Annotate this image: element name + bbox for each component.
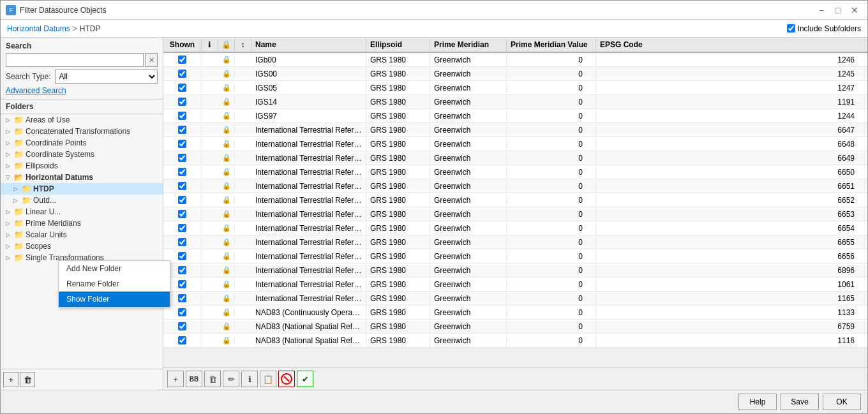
sidebar-item-coord-points[interactable]: ▷ 📁 Coordinate Points [1, 137, 163, 149]
search-input[interactable] [6, 53, 144, 67]
sidebar-item-horiz-datums[interactable]: ▽ 📂 Horizontal Datums [1, 172, 163, 183]
sidebar-item-scalar-units[interactable]: ▷ 📁 Scalar Units [1, 229, 163, 240]
sidebar-item-scopes[interactable]: ▷ 📁 Scopes [1, 240, 163, 252]
table-row[interactable]: 🔒 International Terrestrial Referen... G… [163, 292, 867, 306]
row-checkbox-18[interactable] [178, 308, 186, 316]
row-checkbox-8[interactable] [178, 168, 186, 176]
row-checkbox-17[interactable] [178, 294, 186, 302]
breadcrumb-parent[interactable]: Horizontal Datums [7, 24, 70, 33]
delete-folder-button[interactable]: 🗑 [20, 372, 35, 387]
cross-button[interactable] [278, 371, 295, 387]
cell-shown-0[interactable] [163, 54, 202, 65]
check-button[interactable]: ✔ [297, 371, 313, 387]
close-button[interactable]: ✕ [847, 4, 862, 17]
row-checkbox-14[interactable] [178, 252, 186, 260]
sidebar-item-coord-systems[interactable]: ▷ 📁 Coordinate Systems [1, 149, 163, 160]
copy-button[interactable]: 📋 [260, 371, 276, 387]
cell-shown-4[interactable] [163, 110, 202, 121]
help-button[interactable]: Help [738, 394, 777, 410]
table-row[interactable]: 🔒 NAD83 (National Spatial Refere... GRS … [163, 334, 867, 348]
ok-button[interactable]: OK [823, 394, 861, 410]
table-row[interactable]: 🔒 IGS05 GRS 1980 Greenwich 0 1247 [163, 81, 867, 95]
bb-button[interactable]: BB [186, 371, 202, 387]
row-checkbox-2[interactable] [178, 84, 186, 92]
table-row[interactable]: 🔒 International Terrestrial Referen... G… [163, 221, 867, 235]
info-button[interactable]: ℹ [241, 371, 258, 387]
search-type-select[interactable]: All Name Description EPSG Code [55, 70, 158, 84]
cell-shown-7[interactable] [163, 152, 202, 163]
cell-shown-20[interactable] [163, 335, 202, 346]
table-row[interactable]: 🔒 International Terrestrial Referen... G… [163, 179, 867, 193]
cell-shown-1[interactable] [163, 68, 202, 79]
row-checkbox-1[interactable] [178, 70, 186, 78]
row-checkbox-0[interactable] [178, 55, 186, 64]
table-row[interactable]: 🔒 International Terrestrial Referen... G… [163, 263, 867, 277]
context-menu-add-folder[interactable]: Add New Folder [59, 261, 170, 276]
row-checkbox-20[interactable] [178, 336, 186, 344]
row-checkbox-6[interactable] [178, 140, 186, 148]
table-row[interactable]: 🔒 International Terrestrial Referen... G… [163, 123, 867, 137]
cell-shown-5[interactable] [163, 124, 202, 135]
sidebar-item-prime-meridians[interactable]: ▷ 📁 Prime Meridians [1, 218, 163, 229]
sidebar-item-linear-units[interactable]: ▷ 📁 Linear U... [1, 206, 163, 218]
sidebar-item-areas[interactable]: ▷ 📁 Areas of Use [1, 114, 163, 126]
row-checkbox-9[interactable] [178, 182, 186, 190]
row-checkbox-15[interactable] [178, 266, 186, 274]
table-row[interactable]: 🔒 International Terrestrial Referen... G… [163, 165, 867, 179]
cell-shown-13[interactable] [163, 237, 202, 248]
sidebar-item-ellipsoids[interactable]: ▷ 📁 Ellipsoids [1, 160, 163, 172]
table-row[interactable]: 🔒 International Terrestrial Referen... G… [163, 207, 867, 221]
cell-shown-3[interactable] [163, 96, 202, 107]
maximize-button[interactable]: □ [830, 4, 846, 17]
add-item-button[interactable]: + [167, 371, 184, 387]
table-row[interactable]: 🔒 IGS14 GRS 1980 Greenwich 0 1191 [163, 95, 867, 109]
cell-shown-8[interactable] [163, 166, 202, 177]
table-row[interactable]: 🔒 International Terrestrial Referen... G… [163, 235, 867, 249]
row-checkbox-13[interactable] [178, 238, 186, 246]
cell-shown-2[interactable] [163, 82, 202, 93]
sidebar-item-concatenated[interactable]: ▷ 📁 Concatenated Transformations [1, 126, 163, 137]
sidebar-item-outdoor[interactable]: ▷ 📁 Outd... [1, 195, 163, 206]
row-checkbox-5[interactable] [178, 126, 186, 134]
table-scroll[interactable]: 🔒 IGb00 GRS 1980 Greenwich 0 1246 🔒 IGS0… [163, 53, 867, 367]
table-row[interactable]: 🔒 IGS97 GRS 1980 Greenwich 0 1244 [163, 109, 867, 123]
sidebar-item-htdp[interactable]: ▷ 📁 HTDP [1, 183, 163, 195]
table-row[interactable]: 🔒 International Terrestrial Referen... G… [163, 151, 867, 165]
row-checkbox-7[interactable] [178, 154, 186, 162]
table-row[interactable]: 🔒 International Terrestrial Referen... G… [163, 277, 867, 292]
table-row[interactable]: 🔒 International Terrestrial Referen... G… [163, 249, 867, 263]
cell-shown-19[interactable] [163, 321, 202, 332]
row-checkbox-11[interactable] [178, 210, 186, 218]
cell-lock-6: 🔒 [218, 140, 235, 148]
context-menu-rename-folder[interactable]: Rename Folder [59, 276, 170, 292]
cell-shown-12[interactable] [163, 223, 202, 233]
row-checkbox-10[interactable] [178, 196, 186, 204]
cell-shown-9[interactable] [163, 181, 202, 191]
row-checkbox-12[interactable] [178, 224, 186, 232]
cell-shown-10[interactable] [163, 195, 202, 205]
row-checkbox-16[interactable] [178, 280, 186, 288]
context-menu-show-folder[interactable]: Show Folder [59, 292, 170, 307]
minimize-button[interactable]: − [814, 4, 829, 17]
row-checkbox-3[interactable] [178, 98, 186, 106]
advanced-search-link[interactable]: Advanced Search [6, 86, 158, 95]
table-row[interactable]: 🔒 NAD83 (National Spatial Refere... GRS … [163, 320, 867, 334]
delete-item-button[interactable]: 🗑 [204, 371, 221, 387]
row-checkbox-4[interactable] [178, 112, 186, 120]
search-clear-button[interactable]: ✕ [145, 53, 158, 67]
table-row[interactable]: 🔒 International Terrestrial Referen... G… [163, 193, 867, 207]
cell-shown-11[interactable] [163, 209, 202, 219]
table-row[interactable]: 🔒 NAD83 (Continuously Operating... GRS 1… [163, 306, 867, 320]
cell-shown-18[interactable] [163, 307, 202, 318]
cell-ellipsoid-6: GRS 1980 [366, 138, 430, 150]
cell-shown-6[interactable] [163, 138, 202, 149]
edit-button[interactable]: ✏ [223, 371, 239, 387]
include-subfolders-label[interactable]: Include Subfolders [798, 24, 861, 33]
table-row[interactable]: 🔒 IGS00 GRS 1980 Greenwich 0 1245 [163, 67, 867, 81]
table-row[interactable]: 🔒 IGb00 GRS 1980 Greenwich 0 1246 [163, 53, 867, 67]
save-button[interactable]: Save [781, 394, 819, 410]
row-checkbox-19[interactable] [178, 322, 186, 330]
table-row[interactable]: 🔒 International Terrestrial Referen... G… [163, 137, 867, 151]
include-subfolders-checkbox[interactable] [787, 24, 795, 33]
add-folder-button[interactable]: + [3, 372, 19, 387]
